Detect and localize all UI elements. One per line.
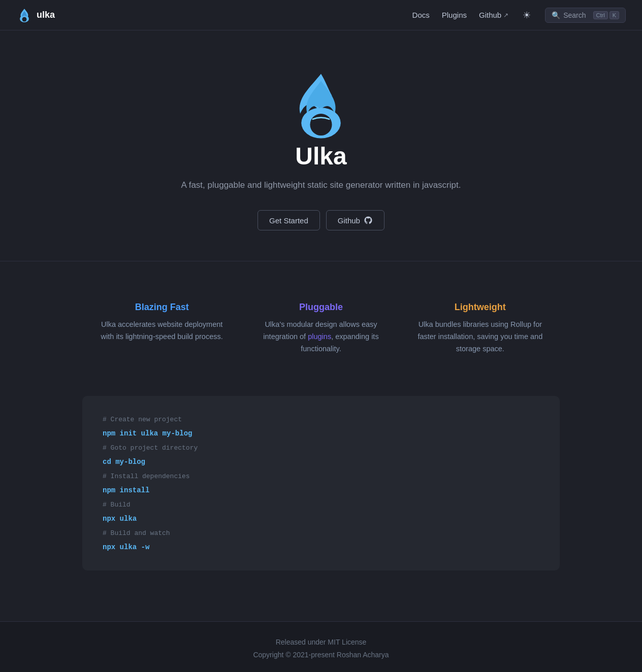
footer-copyright: Copyright © 2021-present Roshan Acharya [16, 649, 626, 661]
code-line-9: # Build and watch [103, 526, 539, 540]
code-line-5: # Install dependencies [103, 469, 539, 483]
feature-pluggable-desc: Ulka's modular design allows easy integr… [256, 319, 385, 355]
footer-content: Released under MIT License Copyright © 2… [16, 636, 626, 661]
code-cmd-3: npm install [103, 486, 149, 494]
nav-logo[interactable]: ulka [16, 7, 55, 23]
code-line-10: npx ulka -w [103, 540, 539, 554]
feature-lightweight-title: Lightweight [416, 302, 544, 313]
hero-title: Ulka [295, 142, 346, 170]
hero-subtitle: A fast, pluggable and lightweight static… [181, 178, 461, 192]
code-cmd-5: npx ulka -w [103, 543, 149, 551]
code-line-3: # Goto project directory [103, 441, 539, 455]
github-button[interactable]: Github [326, 210, 384, 230]
code-line-8: npx ulka [103, 512, 539, 526]
get-started-button[interactable]: Get Started [258, 210, 320, 230]
github-icon [364, 216, 373, 225]
code-cmd-4: npx ulka [103, 515, 137, 523]
navbar: ulka Docs Plugins Github ↗ ☀ 🔍 Search Ct… [0, 0, 642, 30]
code-line-1: # Create new project [103, 412, 539, 426]
feature-blazing-fast-title: Blazing Fast [98, 302, 226, 313]
search-keyboard-shortcut: Ctrl K [593, 11, 619, 19]
hero-logo-icon [285, 71, 357, 142]
footer-license: Released under MIT License [16, 636, 626, 649]
sun-icon: ☀ [523, 10, 531, 21]
theme-toggle-button[interactable]: ☀ [521, 8, 533, 23]
feature-blazing-fast-desc: Ulka accelerates website deployment with… [98, 319, 226, 343]
kbd-ctrl: Ctrl [593, 11, 608, 19]
code-comment-1: # Create new project [103, 416, 182, 423]
nav-link-docs[interactable]: Docs [412, 11, 430, 19]
external-link-icon: ↗ [503, 12, 508, 19]
code-block: # Create new project npm init ulka my-bl… [82, 396, 560, 570]
features-section: Blazing Fast Ulka accelerates website de… [42, 261, 600, 396]
code-line-6: npm install [103, 483, 539, 497]
svg-point-1 [22, 17, 27, 21]
code-cmd-1: npm init ulka my-blog [103, 429, 192, 438]
hero-buttons: Get Started Github [258, 210, 384, 230]
nav-right: Docs Plugins Github ↗ ☀ 🔍 Search Ctrl K [412, 8, 626, 23]
search-icon: 🔍 [552, 11, 560, 19]
footer: Released under MIT License Copyright © 2… [0, 621, 642, 672]
code-cmd-2: cd my-blog [103, 458, 145, 466]
plugins-link[interactable]: plugins [308, 332, 331, 341]
feature-lightweight-desc: Ulka bundles libraries using Rollup for … [416, 319, 544, 355]
hero-section: Ulka A fast, pluggable and lightweight s… [0, 30, 642, 261]
feature-lightweight: Lightweight Ulka bundles libraries using… [401, 292, 560, 365]
code-line-7: # Build [103, 497, 539, 512]
code-comment-5: # Build and watch [103, 529, 170, 537]
code-comment-4: # Build [103, 501, 131, 509]
code-line-4: cd my-blog [103, 455, 539, 469]
nav-logo-text: ulka [37, 10, 55, 20]
feature-pluggable: Pluggable Ulka's modular design allows e… [241, 292, 400, 365]
feature-pluggable-title: Pluggable [256, 302, 385, 313]
nav-link-plugins[interactable]: Plugins [442, 11, 467, 19]
code-comment-2: # Goto project directory [103, 444, 198, 452]
kbd-k: K [609, 11, 619, 19]
feature-blazing-fast: Blazing Fast Ulka accelerates website de… [82, 292, 241, 365]
code-comment-3: # Install dependencies [103, 473, 190, 480]
code-line-2: npm init ulka my-blog [103, 426, 539, 441]
code-section: # Create new project npm init ulka my-bl… [42, 396, 600, 611]
ulka-nav-logo-icon [16, 7, 33, 23]
nav-link-github[interactable]: Github ↗ [479, 11, 508, 19]
search-button[interactable]: 🔍 Search Ctrl K [545, 8, 626, 23]
